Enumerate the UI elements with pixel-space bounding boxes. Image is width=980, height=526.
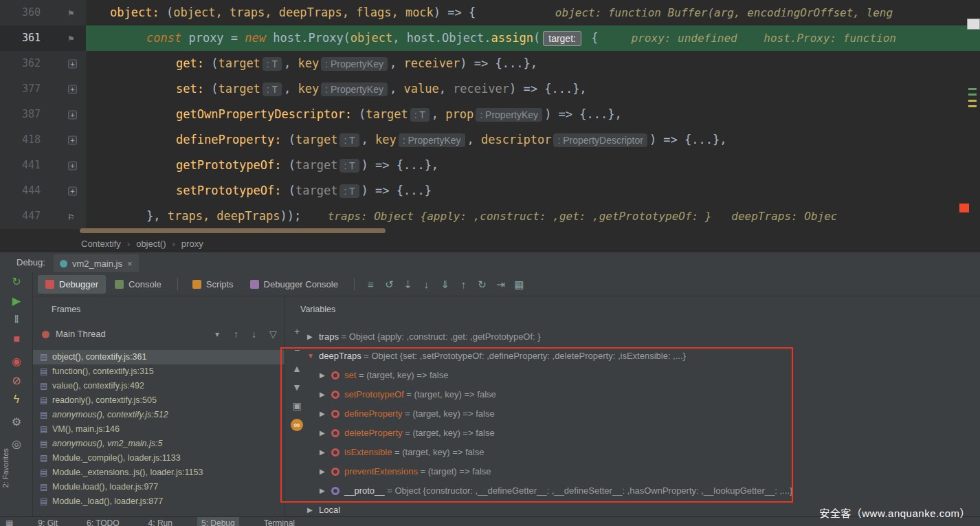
expand-arrow-icon[interactable]: ▶ [320, 462, 331, 481]
settings-icon[interactable]: ⚙ [0, 415, 33, 428]
code-text[interactable]: get: (target: T, key: PropertyKey, recei… [86, 51, 980, 76]
frame-row[interactable]: ▤anonymous(), contextify.js:512 [33, 408, 285, 422]
step-into-icon[interactable]: ↓ [417, 275, 436, 294]
view-breakpoints-icon[interactable]: ◉ [0, 355, 33, 368]
frame-row[interactable]: ▤Module._compile(), loader.js:1133 [33, 451, 285, 465]
code-text[interactable]: setPrototypeOf: (target: T) => {...} [86, 178, 980, 204]
stop-icon[interactable]: ■ [0, 333, 33, 345]
frame-row[interactable]: ▤VM(), main.js:146 [33, 422, 285, 437]
debug-session-tab[interactable]: vm2_main.js × [54, 254, 139, 272]
step-out-icon[interactable]: ↑ [454, 275, 473, 294]
fold-expand-icon[interactable]: + [68, 85, 77, 94]
code-line-418[interactable]: 418+defineProperty: (target: T, key: Pro… [0, 127, 980, 153]
pause-icon[interactable]: ‖ [0, 314, 33, 326]
expand-arrow-icon[interactable]: ▶ [307, 501, 319, 516]
fold-expand-icon[interactable]: + [68, 110, 77, 119]
code-text[interactable]: const proxy = new host.Proxy(object, hos… [86, 25, 980, 51]
scrollbar-thumb[interactable] [80, 228, 386, 233]
breadcrumb-item[interactable]: object() [136, 237, 166, 252]
tool-window-grid-icon[interactable]: ▦ [5, 517, 13, 526]
evaluate-expression-icon[interactable]: ▦ [510, 275, 528, 294]
frame-row[interactable]: ▤anonymous(), vm2_main.js:5 [33, 437, 285, 451]
code-line-361[interactable]: 361⚑const proxy = new host.Proxy(object,… [0, 25, 980, 51]
bookmark-icon[interactable]: ⚐ [68, 212, 74, 221]
code-token: , [390, 56, 403, 70]
frame-row[interactable]: ▤value(), contextify.js:492 [33, 379, 285, 393]
code-line-447[interactable]: 447⚐}, traps, deepTraps)); traps: Object… [0, 204, 980, 229]
prev-frame-icon[interactable]: ↑ [234, 325, 238, 343]
resume-icon[interactable]: ▶ [0, 294, 33, 307]
variable-row[interactable]: ▶isExtensible = (target, key) => false [285, 443, 980, 462]
collapse-arrow-icon[interactable]: ▼ [307, 347, 319, 366]
expand-arrow-icon[interactable]: ▶ [320, 404, 331, 424]
code-line-360[interactable]: 360⚑object: (object, traps, deepTraps, f… [0, 0, 980, 25]
code-text[interactable]: getOwnPropertyDescriptor: (target: T, pr… [86, 102, 980, 127]
close-icon[interactable]: × [127, 259, 133, 269]
expand-arrow-icon[interactable]: ▶ [320, 385, 331, 404]
statusbar-item-terminal[interactable]: Terminal [260, 517, 299, 526]
variable-row[interactable]: ▼deepTraps = Object {set: ,setPrototypeO… [285, 347, 980, 366]
fold-expand-icon[interactable]: + [68, 186, 77, 195]
code-line-377[interactable]: 377+set: (target: T, key: PropertyKey, v… [0, 76, 980, 102]
statusbar-item-4-run[interactable]: 4: Run [144, 517, 177, 526]
variable-row[interactable]: ▶__proto__ = Object {constructor: ,__def… [285, 481, 980, 501]
force-step-into-icon[interactable]: ⇓ [436, 275, 454, 294]
breadcrumb-item[interactable]: proxy [181, 237, 203, 252]
code-line-362[interactable]: 362+get: (target: T, key: PropertyKey, r… [0, 51, 980, 76]
tab-scripts[interactable]: Scripts [185, 275, 241, 294]
code-text[interactable]: object: (object, traps, deepTraps, flags… [86, 0, 980, 25]
chevron-down-icon[interactable]: ▾ [215, 325, 219, 343]
frame-row[interactable]: ▤Module.load(), loader.js:977 [33, 480, 285, 494]
breadcrumb-item[interactable]: Contextify [81, 237, 121, 252]
statusbar-item-5-debug[interactable]: 5: Debug [197, 517, 239, 526]
code-token: )); [280, 209, 301, 223]
code-editor[interactable]: 360⚑object: (object, traps, deepTraps, f… [0, 0, 980, 237]
code-text[interactable]: set: (target: T, key: PropertyKey, value… [86, 76, 980, 102]
frame-row[interactable]: ▤Module._extensions..js(), loader.js:115… [33, 465, 285, 480]
statusbar-item-6-todo[interactable]: 6: TODO [82, 517, 124, 526]
code-line-444[interactable]: 444+setPrototypeOf: (target: T) => {...} [0, 178, 980, 204]
run-to-cursor-icon[interactable]: ⇥ [491, 275, 510, 294]
code-text[interactable]: defineProperty: (target: T, key: Propert… [86, 127, 980, 153]
code-line-441[interactable]: 441+getPrototypeOf: (target: T) => {...}… [0, 153, 980, 178]
expand-arrow-icon[interactable]: ▶ [320, 366, 331, 385]
fold-expand-icon[interactable]: + [68, 59, 77, 68]
layout-settings-icon[interactable]: ≡ [361, 275, 380, 294]
expand-arrow-icon[interactable]: ▶ [307, 327, 319, 347]
frame-row[interactable]: ▤function(), contextify.js:315 [33, 364, 285, 379]
code-text[interactable]: }, traps, deepTraps)); traps: Object {ap… [86, 204, 980, 229]
rerun-frame-icon[interactable]: ↻ [473, 275, 491, 294]
code-text[interactable]: getPrototypeOf: (target: T) => {...}, [86, 153, 980, 178]
frame-row[interactable]: ▤Module._load(), loader.js:877 [33, 494, 285, 509]
mute-breakpoints-icon[interactable]: ⊘ [0, 374, 33, 387]
frame-row[interactable]: ▤object(), contextify.js:361 [33, 350, 285, 364]
next-frame-icon[interactable]: ↓ [252, 325, 256, 343]
horizontal-scrollbar[interactable] [80, 228, 966, 234]
force-run-icon[interactable]: ϟ [0, 393, 33, 406]
expand-arrow-icon[interactable]: ▶ [320, 424, 331, 443]
favorites-tool-button[interactable]: 2: Favorites [1, 448, 10, 487]
step-over-icon[interactable]: ⇣ [399, 275, 417, 294]
variable-row[interactable]: ▶deleteProperty = (target, key) => false [285, 424, 980, 443]
variable-row[interactable]: ▶defineProperty = (target, key) => false [285, 404, 980, 424]
variable-row[interactable]: ▶setPrototypeOf = (target, key) => false [285, 385, 980, 404]
filter-frames-icon[interactable]: ▽ [269, 325, 277, 343]
fold-expand-icon[interactable]: + [68, 135, 77, 144]
variable-row[interactable]: ▶traps = Object {apply: ,construct: ,get… [285, 327, 980, 347]
thread-selector[interactable]: Main Thread ▾ ↑↓▽ [33, 325, 285, 343]
expand-arrow-icon[interactable]: ▶ [320, 443, 331, 462]
code-line-387[interactable]: 387+getOwnPropertyDescriptor: (target: T… [0, 102, 980, 127]
variable-row[interactable]: ▶preventExtensions = (target) => false [285, 462, 980, 481]
tab-console[interactable]: Console [107, 275, 169, 294]
fold-expand-icon[interactable]: + [68, 161, 77, 170]
tab-debugger[interactable]: Debugger [38, 275, 106, 294]
tab-debugger-console[interactable]: Debugger Console [243, 275, 346, 294]
bookmark-icon[interactable]: ⚑ [68, 34, 74, 43]
restore-layout-icon[interactable]: ↺ [380, 275, 399, 294]
variable-row[interactable]: ▶set = (target, key) => false [285, 366, 980, 385]
rerun-icon[interactable]: ↻ [0, 275, 33, 288]
bookmark-icon[interactable]: ⚑ [68, 8, 74, 18]
frame-row[interactable]: ▤readonly(), contextify.js:505 [33, 393, 285, 408]
statusbar-item-9-git[interactable]: 9: Git [34, 517, 62, 526]
expand-arrow-icon[interactable]: ▶ [320, 481, 331, 501]
